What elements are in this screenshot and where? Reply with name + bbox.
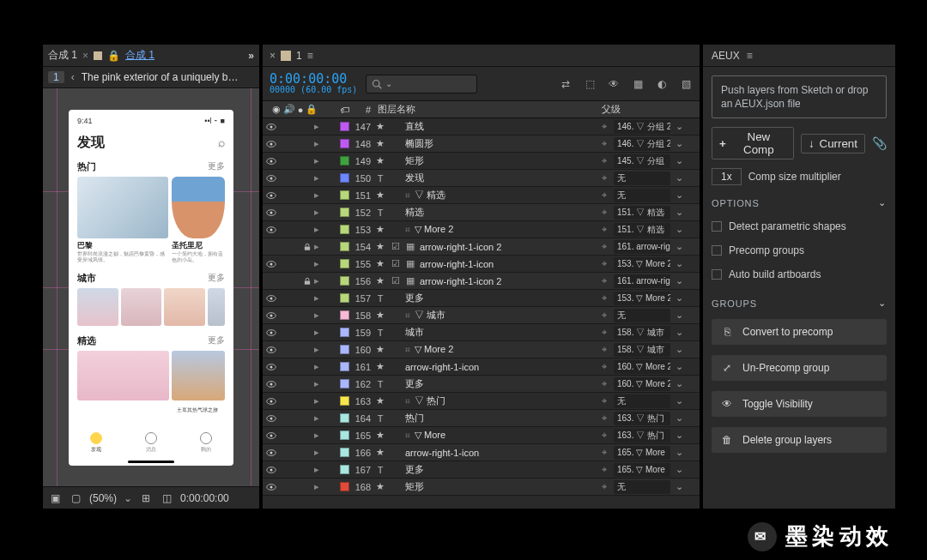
parent-dropdown[interactable]: 160. ▽ More 2 [614,377,670,391]
pickwhip-icon[interactable]: ⌖ [598,412,610,424]
parent-dropdown[interactable]: 153. ▽ More 2 [614,257,670,271]
eye-icon[interactable] [266,293,276,304]
color-label[interactable] [340,122,349,131]
twirl-icon[interactable]: ▸ [314,258,323,269]
parent-dropdown[interactable]: 158. ▽ 城市 [614,343,670,357]
parent-dropdown[interactable]: 151. ▽ 精选 [614,223,670,237]
chevron-down-icon[interactable]: ⌄ [674,378,684,389]
chevron-down-icon[interactable]: ⌄ [674,207,684,218]
layer-row[interactable]: ▸161★arrow-right-1-icon⌖160. ▽ More 2⌄ [263,358,700,376]
chevron-down-icon[interactable]: ⌄ [674,190,684,201]
color-label[interactable] [340,345,349,354]
layer-name[interactable]: 椭圆形 [405,137,433,150]
layer-row[interactable]: ▸162T更多⌖160. ▽ More 2⌄ [263,376,700,393]
layer-row[interactable]: ▸164T热门⌖163. ▽ 热门⌄ [263,410,700,427]
layer-row[interactable]: ▸163★⌗▽ 热门⌖无⌄ [263,393,700,410]
parent-dropdown[interactable]: 161. arrow-righ [614,240,670,254]
timeline-tab-label[interactable]: 1 [296,50,302,62]
lock-col-icon[interactable]: 🔒 [306,104,318,115]
layer-list[interactable]: ▸147★直线⌖146. ▽ 分组 2⌄▸148★椭圆形⌖146. ▽ 分组 2… [263,118,700,509]
graph-editor-icon[interactable]: ▧ [679,77,693,91]
parent-dropdown[interactable]: 163. ▽ 热门 [614,412,670,425]
checkbox-icon[interactable]: ☑ [391,276,401,286]
color-label[interactable] [340,190,349,200]
chevron-down-icon[interactable]: ⌄ [878,197,887,208]
parent-dropdown[interactable]: 无 [614,480,670,494]
twirl-icon[interactable]: ▸ [314,138,323,149]
parent-dropdown[interactable]: 158. ▽ 城市 [614,326,670,340]
twirl-icon[interactable]: ▸ [314,155,323,166]
pickwhip-icon[interactable]: ⌖ [598,241,610,252]
eye-icon[interactable] [266,173,276,184]
twirl-icon[interactable]: ▸ [314,447,323,458]
color-label[interactable] [340,208,349,217]
parent-dropdown[interactable]: 153. ▽ More 2 [614,292,670,305]
parent-dropdown[interactable]: 160. ▽ More 2 [614,360,670,374]
toggle-vis-button[interactable]: 👁Toggle Visibility [712,391,887,417]
twirl-icon[interactable]: ▸ [314,172,323,184]
chevron-down-icon[interactable]: ⌄ [674,292,684,304]
color-label[interactable] [340,482,349,491]
eye-icon[interactable] [266,379,276,389]
pickwhip-icon[interactable]: ⌖ [598,464,610,475]
layer-row[interactable]: ▸160★⌗▽ More 2⌖158. ▽ 城市⌄ [263,341,700,358]
layer-row[interactable]: ▸159T城市⌖158. ▽ 城市⌄ [263,324,700,341]
layer-row[interactable]: ▸166★arrow-right-1-icon⌖165. ▽ More⌄ [263,444,700,461]
pickwhip-icon[interactable]: ⌖ [598,310,610,321]
chevron-down-icon[interactable]: ⌄ [878,298,887,309]
chevron-down-icon[interactable]: ⌄ [674,430,684,441]
label-col-icon[interactable]: 🏷 [340,105,349,115]
twirl-icon[interactable]: ▸ [314,121,323,132]
color-label[interactable] [340,225,349,234]
tabs-more-icon[interactable]: » [248,50,254,62]
layer-row[interactable]: ▸148★椭圆形⌖146. ▽ 分组 2⌄ [263,135,700,153]
twirl-icon[interactable]: ▸ [314,310,323,321]
twirl-icon[interactable]: ▸ [314,292,323,304]
eye-icon[interactable] [266,362,276,372]
color-label[interactable] [340,328,349,337]
eye-icon[interactable] [266,190,276,201]
col-index[interactable]: # [352,105,374,115]
eye-icon[interactable] [266,465,276,475]
color-label[interactable] [340,431,349,440]
color-label[interactable] [340,139,349,148]
layer-name[interactable]: 直线 [405,120,424,133]
twirl-icon[interactable]: ▸ [314,395,323,406]
layer-name[interactable]: ▽ More 2 [415,344,453,355]
twirl-icon[interactable]: ▸ [314,190,323,201]
chevron-down-icon[interactable]: ⌄ [674,121,684,132]
opt-artboards[interactable]: Auto build artboards [712,268,887,280]
layer-name[interactable]: 精选 [405,206,424,219]
unprecomp-button[interactable]: ⤢Un-Precomp group [712,355,887,381]
delete-layers-button[interactable]: 🗑Delete group layers [712,427,887,453]
layer-name[interactable]: arrow-right-1-icon [405,448,479,458]
eye-icon[interactable] [266,139,276,149]
eye-icon[interactable] [266,225,276,235]
pickwhip-icon[interactable]: ⌖ [598,258,610,269]
pickwhip-icon[interactable]: ⌖ [598,190,610,201]
layer-name[interactable]: 矩形 [405,480,424,493]
layer-name[interactable]: ▽ More 2 [415,224,453,235]
layer-name[interactable]: ▽ 城市 [415,309,445,322]
layer-name[interactable]: ▽ 精选 [415,189,445,202]
twirl-icon[interactable]: ▸ [314,378,323,389]
eye-icon[interactable] [266,208,276,218]
chevron-down-icon[interactable]: ⌄ [674,224,684,235]
layer-row[interactable]: ▸152T精选⌖151. ▽ 精选⌄ [263,204,700,221]
eye-icon[interactable] [266,242,276,252]
opt-parametric[interactable]: Detect parametric shapes [712,220,887,232]
parent-dropdown[interactable]: 165. ▽ More [614,463,670,477]
grid-icon[interactable]: ⊞ [139,491,153,505]
pickwhip-icon[interactable]: ⌖ [598,155,610,166]
layer-row[interactable]: ▸154★☑▦arrow-right-1-icon 2⌖161. arrow-r… [263,238,700,256]
eye-icon[interactable] [266,310,276,321]
color-label[interactable] [340,396,349,406]
chevron-down-icon[interactable]: ⌄ [674,258,684,269]
layer-row[interactable]: ▸147★直线⌖146. ▽ 分组 2⌄ [263,118,700,135]
color-label[interactable] [340,310,349,320]
pickwhip-icon[interactable]: ⌖ [598,378,610,389]
color-label[interactable] [340,448,349,457]
color-label[interactable] [340,379,349,388]
parent-dropdown[interactable]: 无 [614,172,670,185]
parent-dropdown[interactable]: 无 [614,189,670,202]
